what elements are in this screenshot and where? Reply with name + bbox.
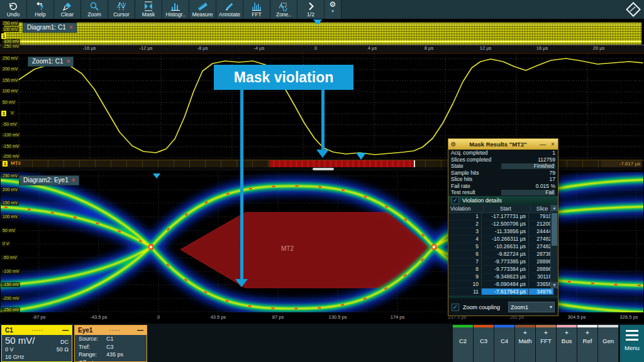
table-scrollbar[interactable]: ▲ ▼ — [550, 205, 558, 288]
callout-arrowhead-left — [235, 279, 248, 287]
undo-button[interactable]: Undo — [0, 0, 27, 19]
c1-signal-badge[interactable]: C1 ····· — 50 mV/ DC 0 V 50 Ω 16 GHz — [1, 325, 72, 362]
histogram-button[interactable]: Histogr.. — [162, 0, 189, 19]
annotate-button[interactable]: Annotate — [216, 0, 243, 19]
channel1-zero-marker[interactable]: 1 — [1, 111, 6, 116]
dialog-gear-icon[interactable]: ⚙ — [448, 141, 458, 148]
close-icon[interactable]: × — [548, 141, 558, 148]
channel1-level-marker[interactable]: 1 — [1, 33, 6, 39]
c1-impedance: 50 Ω — [57, 346, 69, 353]
stat-row: Acq. completed1 — [448, 150, 558, 156]
mask-button[interactable]: Mask — [135, 0, 162, 19]
tab-diagram2[interactable]: Diagram2: Eye1 × — [19, 175, 79, 185]
stat-row: Slice hits17 — [448, 176, 558, 183]
channel-button-c4[interactable]: C4 — [494, 325, 514, 362]
timeline-scroll-handle[interactable] — [313, 168, 334, 170]
channel-button-c3[interactable]: C3 — [474, 325, 494, 362]
c3-color-bar — [474, 325, 494, 327]
gen-color-bar — [598, 325, 618, 327]
drag-handle[interactable]: ····· — [13, 327, 62, 333]
trigger-position-marker[interactable] — [313, 19, 322, 25]
menu-label: Menu — [625, 344, 640, 351]
cursor-button[interactable]: Cursor — [108, 0, 135, 19]
channel-button-c2[interactable]: C2 — [453, 325, 473, 362]
eye1-badge-header[interactable]: Eye1 ····· — — [75, 326, 147, 335]
minimize-icon[interactable]: — — [137, 327, 143, 334]
zoom1-ylabel: -200 mV — [1, 154, 20, 159]
close-icon[interactable]: × — [72, 177, 75, 184]
eye-ylabel: -50 mV — [1, 255, 18, 260]
toolbar-settings-button[interactable]: ⚙ ▾ — [325, 0, 341, 19]
table-row-selected[interactable]: 11-7.617943 µs34976 — [448, 288, 558, 296]
mask-mt2 — [180, 212, 433, 288]
close-icon[interactable]: × — [66, 58, 70, 65]
table-row[interactable]: 8-9.773384 µs28896 — [448, 266, 558, 273]
zoom-button[interactable]: Zoom — [81, 0, 108, 19]
table-row[interactable]: 7-9.773385 µs28896 — [448, 258, 558, 266]
eye-xlabel: 43.5 ps — [211, 314, 226, 320]
table-row[interactable]: 10-8.090484 µs33658 — [448, 281, 558, 288]
violation-details-checkbox[interactable]: ✓ — [452, 197, 459, 204]
dialog-titlebar[interactable]: ⚙ Mask Results "MT2" — × — [448, 139, 558, 150]
zoom-label: Zoom — [87, 11, 101, 18]
drag-handle[interactable]: ····· — [92, 327, 137, 333]
zoom1-ylabel: 100 mV — [1, 89, 19, 94]
overview-xlabel: -16 µs — [83, 45, 96, 51]
measure-button[interactable]: Measure — [189, 0, 216, 19]
overview-xlabel: 8 µs — [425, 45, 433, 51]
eye-reference-marker[interactable] — [153, 173, 160, 178]
toolbar-pager-button[interactable]: 1/2 — [297, 0, 325, 19]
table-row[interactable]: 5-10.26631 µs27482 — [448, 243, 558, 251]
c1-badge-title: C1 — [5, 327, 13, 334]
minimize-icon[interactable]: — — [62, 327, 69, 334]
eye-ylabel: 0 V — [1, 241, 11, 246]
table-row[interactable]: 4-10.266311 µs27482 — [448, 236, 558, 243]
channel-button-math[interactable]: + Math — [515, 325, 535, 362]
scroll-up-icon[interactable]: ▲ — [551, 205, 558, 211]
overview-xlabel: 4 µs — [368, 45, 377, 51]
c1-offset: 0 V — [5, 346, 14, 353]
clear-icon — [62, 1, 72, 11]
scroll-thumb[interactable] — [552, 213, 557, 246]
chevron-down-icon: ▾ — [550, 304, 552, 310]
c1-coupling: DC — [60, 338, 69, 346]
eye1-signal-badge[interactable]: Eye1 ····· — Source:C1 Tref:C3 Range:435… — [74, 325, 147, 362]
scroll-down-icon[interactable]: ▼ — [551, 282, 558, 288]
table-row[interactable]: 9-9.348623 µs30118 — [448, 273, 558, 281]
clear-button[interactable]: Clear — [54, 0, 81, 19]
menu-button[interactable]: Menu — [620, 325, 644, 362]
zoom1-ylabel: 250 mV — [1, 56, 19, 61]
zoom-position-readout: -7.617 µs — [601, 160, 641, 167]
zoom-coupling-label: Zoom coupling — [463, 304, 500, 310]
channel-button-fft[interactable]: + FFT — [536, 325, 556, 362]
eye-xlabel: 326.5 ps — [620, 314, 638, 320]
channel-button-bus[interactable]: + Bus — [557, 325, 577, 362]
zoom-coupling-checkbox[interactable]: ✓ — [452, 304, 459, 311]
measure-label: Measure — [192, 11, 213, 18]
close-icon[interactable]: × — [69, 24, 73, 31]
add-icon: + — [523, 327, 527, 337]
channel-button-ref[interactable]: + Ref — [577, 325, 597, 362]
minimize-icon[interactable]: — — [538, 141, 548, 148]
table-row[interactable]: 2-12.500706 µs21200 — [448, 221, 558, 228]
overview-xlabel: 20 µs — [593, 45, 605, 51]
overview-xlabel: -12 µs — [140, 45, 153, 51]
eye-xlabel: -87 ps — [33, 314, 46, 320]
oscilloscope-screen: MT2 Undo ? Help Clear Zoom Cursor Mask — [0, 0, 644, 362]
tab-diagram1[interactable]: Diagram1: C1 × — [23, 23, 77, 33]
help-button[interactable]: ? Help — [27, 0, 54, 19]
zone-button[interactable]: Zone.. — [270, 0, 297, 19]
chevron-down-icon: ▾ — [331, 9, 334, 14]
table-row[interactable]: 6-9.82724 µs28738 — [448, 251, 558, 258]
diagram1-tab-label: Diagram1: C1 — [27, 24, 66, 31]
fft-button[interactable]: FFT — [243, 0, 270, 19]
zoom-select-dropdown[interactable]: Zoom1 ▾ — [508, 302, 555, 312]
channel-button-gen[interactable]: Gen — [598, 325, 618, 362]
table-row[interactable]: 1-17.177731 µs7910 — [448, 213, 558, 221]
callout-arrowhead-right — [316, 150, 329, 158]
c1-badge-header[interactable]: C1 ····· — — [2, 326, 72, 335]
overview-xlabel: 0 — [314, 45, 317, 51]
table-row[interactable]: 3-11.33856 µs24444 — [448, 228, 558, 236]
zoom-window-marker[interactable] — [356, 153, 366, 160]
tab-zoom1[interactable]: Zoom1: C1 × — [28, 57, 74, 67]
